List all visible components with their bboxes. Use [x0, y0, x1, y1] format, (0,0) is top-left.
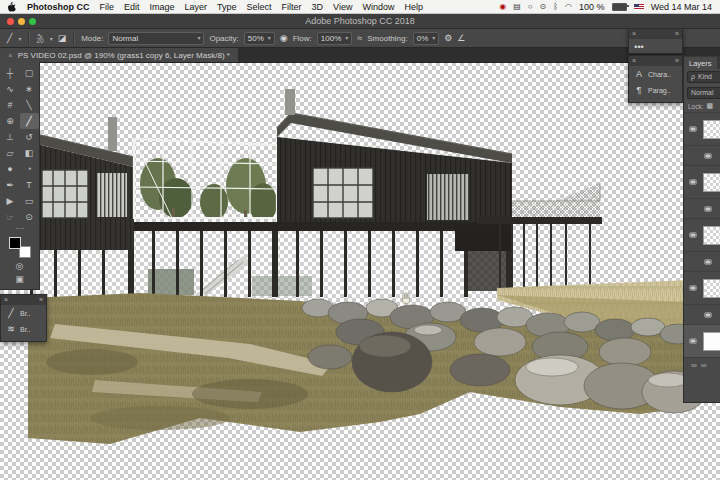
bluetooth-icon[interactable]: ᛒ: [553, 3, 558, 11]
panel-close-icon[interactable]: ×: [632, 56, 636, 66]
move-tool[interactable]: ┼: [1, 65, 20, 81]
menu-item-edit[interactable]: Edit: [124, 2, 140, 12]
smoothing-gear-icon[interactable]: ⚙: [444, 33, 452, 43]
flow-select[interactable]: 100% ▾: [317, 32, 352, 45]
dodge-tool[interactable]: ◔: [20, 161, 39, 177]
menu-item-photoshop-cc[interactable]: Photoshop CC: [27, 2, 90, 12]
layer-row[interactable]: [684, 271, 720, 304]
edit-toolbar-ellipsis[interactable]: ⋯: [0, 225, 39, 234]
layer-row[interactable]: [684, 112, 720, 145]
pen-tool[interactable]: ✒: [1, 177, 20, 193]
eraser-tool[interactable]: ▱: [1, 145, 20, 161]
layer-visibility-icon[interactable]: [704, 206, 712, 212]
tab-layers[interactable]: Layers: [684, 57, 717, 69]
layer-row-sub[interactable]: [684, 145, 720, 165]
shape-tool[interactable]: ▭: [20, 193, 39, 209]
brush-settings-panel-button[interactable]: ╱ Br..: [1, 305, 46, 321]
eyedropper-tool[interactable]: ╲: [20, 97, 39, 113]
brush-picker-chevron-icon[interactable]: ▾: [50, 35, 53, 42]
marquee-tool[interactable]: ▢: [20, 65, 39, 81]
healing-brush-tool[interactable]: ⊕: [1, 113, 20, 129]
foreground-color-swatch[interactable]: [9, 237, 21, 249]
brush-preset-picker[interactable]: ∿ 20: [36, 33, 43, 43]
menu-item-file[interactable]: File: [100, 2, 115, 12]
panel-collapse-icon[interactable]: »: [39, 295, 43, 305]
panel-close-icon[interactable]: ×: [632, 29, 636, 39]
layer-row-sub[interactable]: [684, 304, 720, 324]
minimize-window-button[interactable]: [18, 18, 25, 25]
panel-collapse-icon[interactable]: »: [675, 56, 679, 66]
crop-tool[interactable]: #: [1, 97, 20, 113]
layer-filter-select[interactable]: ρ Kind: [687, 71, 720, 83]
lasso-tool[interactable]: ∿: [1, 81, 20, 97]
menu-item-filter[interactable]: Filter: [282, 2, 302, 12]
status-circle-icon[interactable]: ○: [528, 3, 533, 11]
screen-record-icon[interactable]: ◉: [499, 3, 506, 11]
menu-bar-clock[interactable]: Wed 14 Mar 14: [651, 2, 712, 12]
lock-transparency-icon[interactable]: ▩: [707, 102, 714, 110]
character-panel-button[interactable]: A Chara..: [629, 66, 682, 82]
layer-visibility-icon[interactable]: [689, 232, 697, 238]
hand-tool[interactable]: ☞: [1, 209, 20, 225]
input-language-flag-icon[interactable]: [634, 4, 644, 10]
panel-close-icon[interactable]: ×: [4, 295, 8, 305]
menu-item-window[interactable]: Window: [362, 2, 394, 12]
display-icon[interactable]: ▤: [513, 3, 521, 11]
history-brush-tool[interactable]: ↺: [20, 129, 39, 145]
layer-mask-thumbnail[interactable]: [703, 332, 720, 351]
layer-thumbnail[interactable]: [703, 279, 720, 298]
layer-thumbnail[interactable]: [703, 120, 720, 139]
close-window-button[interactable]: [7, 18, 14, 25]
tool-preset-chevron-icon[interactable]: ▾: [18, 35, 21, 42]
layer-visibility-icon[interactable]: [689, 338, 697, 344]
menu-item-help[interactable]: Help: [404, 2, 423, 12]
quick-selection-tool[interactable]: ∗: [20, 81, 39, 97]
smoothing-select[interactable]: 0% ▾: [413, 32, 440, 45]
brushes-panel-button[interactable]: ≋ Br..: [1, 321, 46, 337]
collapsed-panel-button[interactable]: •••: [629, 39, 682, 55]
menu-item-layer[interactable]: Layer: [185, 2, 208, 12]
blend-mode-select[interactable]: Normal ▾: [108, 32, 204, 45]
brush-angle-icon[interactable]: ∠: [457, 33, 465, 43]
brush-tool[interactable]: ╱: [20, 113, 39, 129]
menu-item-image[interactable]: Image: [150, 2, 175, 12]
layer-thumbnail[interactable]: [703, 226, 720, 245]
layer-visibility-icon[interactable]: [689, 126, 697, 132]
layer-row-sub[interactable]: [684, 198, 720, 218]
layer-row-sub[interactable]: [684, 251, 720, 271]
layer-row[interactable]: [684, 165, 720, 198]
layer-visibility-icon[interactable]: [689, 179, 697, 185]
menu-item-view[interactable]: View: [333, 2, 352, 12]
clone-stamp-tool[interactable]: ⊥: [1, 129, 20, 145]
zoom-window-button[interactable]: [29, 18, 36, 25]
tab-close-icon[interactable]: ×: [8, 51, 13, 60]
paragraph-panel-button[interactable]: ¶ Parag..: [629, 82, 682, 98]
airbrush-icon[interactable]: ≈: [357, 33, 362, 43]
path-selection-tool[interactable]: ▶: [1, 193, 20, 209]
battery-icon[interactable]: [612, 3, 627, 11]
layer-visibility-icon[interactable]: [704, 153, 712, 159]
wifi-icon[interactable]: ◠: [565, 3, 572, 11]
check-circle-icon[interactable]: ⊙: [540, 3, 547, 11]
document-tab[interactable]: × PS VIDEO 02.psd @ 190% (grass1 copy 6,…: [0, 48, 238, 62]
apple-icon[interactable]: [8, 2, 17, 12]
opacity-select[interactable]: 50% ▾: [244, 32, 275, 45]
current-tool-brush-icon[interactable]: ╱: [7, 33, 12, 43]
quick-mask-button[interactable]: ◎: [0, 259, 39, 272]
menu-item-type[interactable]: Type: [217, 2, 237, 12]
canvas[interactable]: [0, 62, 720, 480]
layer-visibility-icon[interactable]: [704, 259, 712, 265]
panel-collapse-icon[interactable]: »: [675, 29, 679, 39]
toggle-brush-settings-panel-icon[interactable]: ◪: [58, 33, 67, 43]
screen-mode-button[interactable]: ▣: [0, 272, 39, 285]
layers-blend-mode-select[interactable]: Normal: [687, 87, 720, 99]
layer-row[interactable]: [684, 218, 720, 251]
type-tool[interactable]: T: [20, 177, 39, 193]
blur-tool[interactable]: ●: [1, 161, 20, 177]
pressure-opacity-icon[interactable]: ◉: [280, 33, 288, 43]
layer-row-selected[interactable]: [684, 324, 720, 357]
menu-item-select[interactable]: Select: [247, 2, 272, 12]
layer-visibility-icon[interactable]: [704, 312, 712, 318]
layer-visibility-icon[interactable]: [689, 285, 697, 291]
zoom-tool[interactable]: ⊙: [20, 209, 39, 225]
